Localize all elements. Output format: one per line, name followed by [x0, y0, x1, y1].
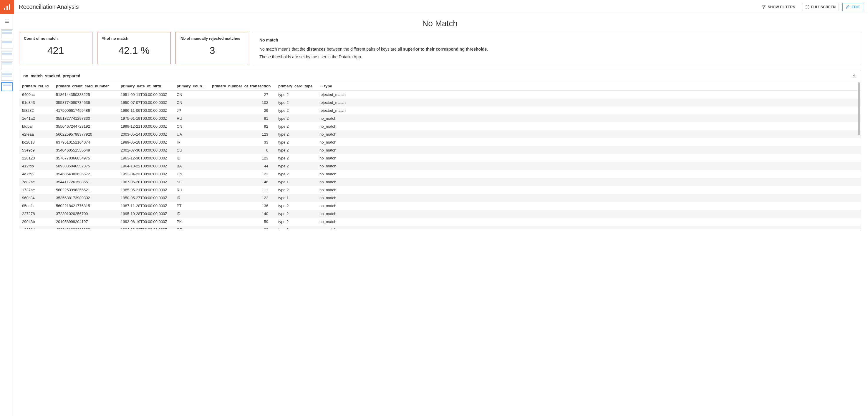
table-cell: 412fdb: [19, 162, 53, 170]
fullscreen-button[interactable]: FULLSCREEN: [802, 3, 839, 11]
download-icon: [852, 73, 857, 78]
scrollbar-thumb[interactable]: [858, 82, 860, 135]
table-row[interactable]: 5f828241750066174994861996-11-09T00:00:0…: [19, 106, 861, 114]
pencil-icon: [846, 5, 850, 9]
table-cell: 6379510151164074: [53, 138, 118, 146]
table-cell: no_match: [316, 123, 364, 130]
table-cell: 122: [209, 194, 275, 202]
page-thumb[interactable]: [1, 61, 13, 70]
table-row[interactable]: 4d7fc635468543836366721952-04-23T00:00:0…: [19, 170, 861, 178]
table-row[interactable]: 85dcfb56022184217768151987-11-28T00:00:0…: [19, 202, 861, 210]
metric-value: 3: [181, 45, 244, 56]
table-row[interactable]: bc201863795101511640741989-05-18T00:00:0…: [19, 138, 861, 146]
table-scroll[interactable]: primary_ref_idprimary_credit_card_number…: [19, 82, 861, 229]
column-header[interactable]: primary_card_type: [275, 82, 316, 90]
table-cell: no_match: [316, 138, 364, 146]
column-header[interactable]: primary_country: [174, 82, 209, 90]
table-row[interactable]: a0668449034616902090631984-03-29T00:00:0…: [19, 226, 861, 229]
table-row[interactable]: 6400ac51861443503382251951-09-11T00:00:0…: [19, 90, 861, 99]
table-cell: 59: [209, 218, 275, 226]
table-cell: 3551827741297330: [53, 114, 118, 123]
table-cell: 1950-07-07T00:00:00.000Z: [118, 99, 174, 106]
table-cell: 2003-05-14T00:00:00.000Z: [118, 130, 174, 138]
table-cell: PT: [174, 202, 209, 210]
table-cell: 5186144350338225: [53, 90, 118, 99]
table-row[interactable]: 2272783723010202567091995-10-28T00:00:00…: [19, 210, 861, 218]
column-header[interactable]: primary_credit_card_number: [53, 82, 118, 90]
data-table: primary_ref_idprimary_credit_card_number…: [19, 82, 861, 229]
table-cell: 85dcfb: [19, 202, 53, 210]
table-row[interactable]: 91e84335587740807345361950-07-07T00:00:0…: [19, 99, 861, 106]
column-header[interactable]: primary_date_of_birth: [118, 82, 174, 90]
section-title: No Match: [19, 19, 861, 28]
info-title: No match: [259, 36, 855, 44]
download-button[interactable]: [852, 73, 857, 79]
table-cell: JP: [174, 106, 209, 114]
svg-rect-2: [9, 4, 10, 10]
table-cell: 5602253996355521: [53, 186, 118, 194]
table-cell: 81: [209, 114, 275, 123]
table-row[interactable]: 1e41a235518277412973301975-01-19T00:00:0…: [19, 114, 861, 123]
fullscreen-icon: [805, 5, 809, 9]
sort-desc-icon: [319, 84, 323, 89]
edit-button[interactable]: EDIT: [842, 3, 863, 11]
page-thumb[interactable]: [1, 50, 13, 60]
table-row[interactable]: 53e9c935404605515556492002-07-30T00:00:0…: [19, 146, 861, 154]
page-thumb[interactable]: [1, 72, 13, 81]
table-cell: 29: [209, 106, 275, 114]
table-cell: 1987-11-28T00:00:00.000Z: [118, 202, 174, 210]
table-cell: 227278: [19, 210, 53, 218]
table-cell: type 2: [275, 226, 316, 229]
table-cell: bc2018: [19, 138, 53, 146]
menu-toggle-icon[interactable]: [0, 14, 14, 28]
column-header[interactable]: type: [316, 82, 364, 90]
table-cell: 123: [209, 130, 275, 138]
metric-label: % of no match: [102, 36, 166, 41]
table-row[interactable]: 960c8435356881739893021950-05-27T00:00:0…: [19, 194, 861, 202]
table-cell: type 2: [275, 162, 316, 170]
page-thumb[interactable]: [1, 29, 13, 38]
table-cell: type 2: [275, 99, 316, 106]
svg-rect-0: [4, 8, 5, 10]
table-row[interactable]: 29043b2019589992041971993-06-19T00:00:00…: [19, 218, 861, 226]
table-row[interactable]: bfdbaf35504672447231921999-12-21T00:00:0…: [19, 123, 861, 130]
table-cell: no_match: [316, 218, 364, 226]
metric-label: Nb of manually rejected matches: [181, 36, 244, 41]
table-cell: 960c84: [19, 194, 53, 202]
page-thumb-active[interactable]: [1, 82, 13, 91]
table-cell: no_match: [316, 130, 364, 138]
table-cell: 146: [209, 178, 275, 186]
table-cell: 1964-10-22T00:00:00.000Z: [118, 162, 174, 170]
table-cell: 3576778366834975: [53, 154, 118, 162]
table-cell: type 2: [275, 202, 316, 210]
table-cell: 136: [209, 202, 275, 210]
table-cell: CN: [174, 90, 209, 99]
table-cell: 1985-05-21T00:00:00.000Z: [118, 186, 174, 194]
column-header[interactable]: primary_ref_id: [19, 82, 53, 90]
table-cell: 3544117261588551: [53, 178, 118, 186]
table-cell: type 2: [275, 170, 316, 178]
filter-icon: [762, 5, 766, 9]
table-row[interactable]: 412fdb58938350465573751964-10-22T00:00:0…: [19, 162, 861, 170]
table-cell: 1989-05-18T00:00:00.000Z: [118, 138, 174, 146]
table-cell: 1e41a2: [19, 114, 53, 123]
table-cell: UA: [174, 130, 209, 138]
table-cell: type 1: [275, 194, 316, 202]
table-cell: 92: [209, 123, 275, 130]
table-cell: 140: [209, 210, 275, 218]
table-cell: CN: [174, 99, 209, 106]
table-cell: 5893835046557375: [53, 162, 118, 170]
table-header-row: primary_ref_idprimary_credit_card_number…: [19, 82, 861, 90]
page-thumb[interactable]: [1, 40, 13, 49]
logo-icon[interactable]: [0, 0, 14, 14]
column-header[interactable]: primary_number_of_transaction: [209, 82, 275, 90]
table-row[interactable]: 7d82ac35441172615885511967-06-20T00:00:0…: [19, 178, 861, 186]
table-row[interactable]: 228a2335767783668349751963-12-30T00:00:0…: [19, 154, 861, 162]
table-cell: 44: [209, 162, 275, 170]
table-row[interactable]: 1737ae56022539963555211985-05-21T00:00:0…: [19, 186, 861, 194]
table-row[interactable]: e2feaa560225957983779202003-05-14T00:00:…: [19, 130, 861, 138]
table-cell: type 2: [275, 106, 316, 114]
show-filters-button[interactable]: SHOW FILTERS: [758, 3, 798, 11]
table-cell: type 2: [275, 138, 316, 146]
table-cell: rejected_match: [316, 99, 364, 106]
